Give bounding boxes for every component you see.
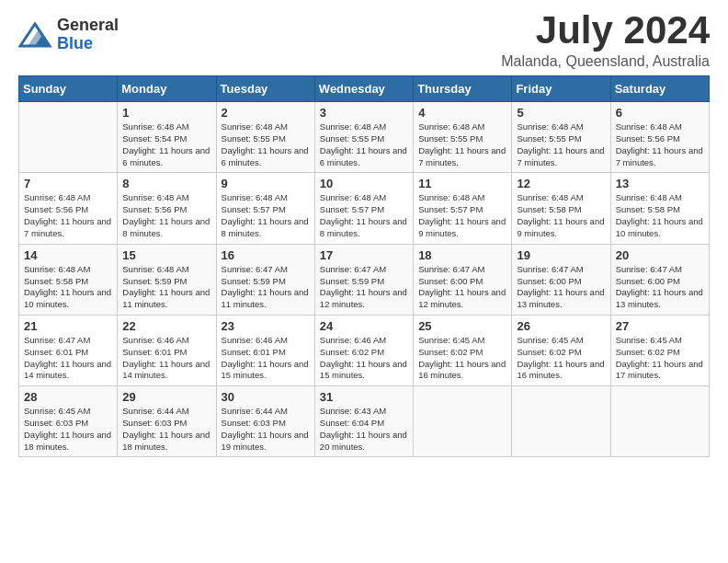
location-title: Malanda, Queensland, Australia: [501, 53, 710, 70]
cell-sun-info: Sunrise: 6:48 AMSunset: 5:56 PMDaylight:…: [616, 121, 704, 168]
calendar-cell: 27Sunrise: 6:45 AMSunset: 6:02 PMDayligh…: [610, 315, 709, 385]
calendar-cell: 11Sunrise: 6:48 AMSunset: 5:57 PMDayligh…: [414, 173, 512, 244]
cell-day-number: 30: [222, 390, 310, 404]
cell-sun-info: Sunrise: 6:47 AMSunset: 6:00 PMDaylight:…: [517, 264, 605, 311]
cell-day-number: 12: [517, 177, 605, 190]
cell-day-number: 4: [418, 106, 506, 120]
calendar-cell: 3Sunrise: 6:48 AMSunset: 5:55 PMDaylight…: [314, 102, 413, 173]
cell-day-number: 9: [222, 177, 310, 190]
cell-sun-info: Sunrise: 6:47 AMSunset: 6:00 PMDaylight:…: [418, 264, 506, 311]
col-header-monday: Monday: [118, 76, 216, 102]
cell-day-number: 11: [418, 177, 506, 190]
cell-sun-info: Sunrise: 6:48 AMSunset: 5:58 PMDaylight:…: [24, 264, 112, 311]
cell-sun-info: Sunrise: 6:47 AMSunset: 5:59 PMDaylight:…: [320, 264, 408, 311]
cell-sun-info: Sunrise: 6:47 AMSunset: 5:59 PMDaylight:…: [222, 264, 310, 311]
title-area: July 2024 Malanda, Queensland, Australia: [501, 9, 710, 70]
calendar-cell: [414, 386, 512, 457]
cell-day-number: 25: [418, 319, 506, 333]
cell-sun-info: Sunrise: 6:48 AMSunset: 5:56 PMDaylight:…: [24, 192, 112, 239]
calendar-cell: [610, 386, 709, 457]
cell-day-number: 13: [616, 177, 704, 190]
cell-sun-info: Sunrise: 6:48 AMSunset: 5:58 PMDaylight:…: [517, 192, 605, 239]
cell-sun-info: Sunrise: 6:45 AMSunset: 6:02 PMDaylight:…: [517, 335, 605, 382]
calendar-cell: 6Sunrise: 6:48 AMSunset: 5:56 PMDaylight…: [610, 102, 709, 173]
cell-day-number: 17: [320, 248, 408, 262]
calendar-cell: [512, 386, 610, 457]
cell-sun-info: Sunrise: 6:46 AMSunset: 6:01 PMDaylight:…: [222, 335, 310, 382]
col-header-sunday: Sunday: [19, 76, 118, 102]
cell-day-number: 28: [24, 390, 112, 404]
calendar-cell: [19, 102, 118, 173]
calendar-week-row: 21Sunrise: 6:47 AMSunset: 6:01 PMDayligh…: [19, 315, 710, 385]
calendar-cell: 20Sunrise: 6:47 AMSunset: 6:00 PMDayligh…: [610, 244, 709, 315]
calendar-cell: 12Sunrise: 6:48 AMSunset: 5:58 PMDayligh…: [512, 173, 610, 244]
logo-text: General Blue: [57, 17, 119, 53]
col-header-saturday: Saturday: [610, 76, 709, 102]
calendar-cell: 16Sunrise: 6:47 AMSunset: 5:59 PMDayligh…: [216, 244, 314, 315]
cell-day-number: 22: [122, 319, 210, 333]
calendar-cell: 14Sunrise: 6:48 AMSunset: 5:58 PMDayligh…: [19, 244, 118, 315]
calendar-cell: 5Sunrise: 6:48 AMSunset: 5:55 PMDaylight…: [512, 102, 610, 173]
cell-day-number: 16: [222, 248, 310, 262]
calendar-cell: 4Sunrise: 6:48 AMSunset: 5:55 PMDaylight…: [414, 102, 512, 173]
calendar-week-row: 7Sunrise: 6:48 AMSunset: 5:56 PMDaylight…: [19, 173, 710, 244]
cell-sun-info: Sunrise: 6:48 AMSunset: 5:57 PMDaylight:…: [222, 192, 310, 239]
calendar-cell: 15Sunrise: 6:48 AMSunset: 5:59 PMDayligh…: [118, 244, 216, 315]
calendar-cell: 26Sunrise: 6:45 AMSunset: 6:02 PMDayligh…: [512, 315, 610, 385]
cell-day-number: 27: [616, 319, 704, 333]
cell-sun-info: Sunrise: 6:45 AMSunset: 6:02 PMDaylight:…: [616, 335, 704, 382]
cell-sun-info: Sunrise: 6:48 AMSunset: 5:54 PMDaylight:…: [122, 121, 210, 168]
col-header-friday: Friday: [512, 76, 610, 102]
calendar-cell: 24Sunrise: 6:46 AMSunset: 6:02 PMDayligh…: [314, 315, 413, 385]
calendar-cell: 30Sunrise: 6:44 AMSunset: 6:03 PMDayligh…: [216, 386, 314, 457]
cell-day-number: 18: [418, 248, 506, 262]
col-header-thursday: Thursday: [414, 76, 512, 102]
calendar-week-row: 28Sunrise: 6:45 AMSunset: 6:03 PMDayligh…: [19, 386, 710, 457]
cell-day-number: 20: [616, 248, 704, 262]
calendar-cell: 19Sunrise: 6:47 AMSunset: 6:00 PMDayligh…: [512, 244, 610, 315]
calendar-cell: 21Sunrise: 6:47 AMSunset: 6:01 PMDayligh…: [19, 315, 118, 385]
cell-sun-info: Sunrise: 6:48 AMSunset: 5:57 PMDaylight:…: [320, 192, 408, 239]
calendar-cell: 22Sunrise: 6:46 AMSunset: 6:01 PMDayligh…: [118, 315, 216, 385]
cell-sun-info: Sunrise: 6:48 AMSunset: 5:55 PMDaylight:…: [517, 121, 605, 168]
calendar-header-row: SundayMondayTuesdayWednesdayThursdayFrid…: [19, 76, 710, 102]
calendar-cell: 29Sunrise: 6:44 AMSunset: 6:03 PMDayligh…: [118, 386, 216, 457]
cell-day-number: 8: [122, 177, 210, 190]
cell-sun-info: Sunrise: 6:48 AMSunset: 5:57 PMDaylight:…: [418, 192, 506, 239]
calendar-cell: 13Sunrise: 6:48 AMSunset: 5:58 PMDayligh…: [610, 173, 709, 244]
calendar-cell: 23Sunrise: 6:46 AMSunset: 6:01 PMDayligh…: [216, 315, 314, 385]
cell-day-number: 24: [320, 319, 408, 333]
cell-sun-info: Sunrise: 6:44 AMSunset: 6:03 PMDaylight:…: [122, 406, 210, 453]
calendar-cell: 31Sunrise: 6:43 AMSunset: 6:04 PMDayligh…: [314, 386, 413, 457]
cell-day-number: 3: [320, 106, 408, 120]
cell-day-number: 19: [517, 248, 605, 262]
cell-sun-info: Sunrise: 6:48 AMSunset: 5:58 PMDaylight:…: [616, 192, 704, 239]
cell-day-number: 14: [24, 248, 112, 262]
calendar-cell: 28Sunrise: 6:45 AMSunset: 6:03 PMDayligh…: [19, 386, 118, 457]
calendar-cell: 17Sunrise: 6:47 AMSunset: 5:59 PMDayligh…: [314, 244, 413, 315]
cell-sun-info: Sunrise: 6:47 AMSunset: 6:01 PMDaylight:…: [24, 335, 112, 382]
calendar-table: SundayMondayTuesdayWednesdayThursdayFrid…: [18, 75, 710, 457]
logo-general: General: [57, 17, 119, 35]
calendar-cell: 2Sunrise: 6:48 AMSunset: 5:55 PMDaylight…: [216, 102, 314, 173]
cell-day-number: 23: [222, 319, 310, 333]
cell-day-number: 31: [320, 390, 408, 404]
cell-day-number: 2: [222, 106, 310, 120]
cell-sun-info: Sunrise: 6:48 AMSunset: 5:55 PMDaylight:…: [418, 121, 506, 168]
cell-sun-info: Sunrise: 6:45 AMSunset: 6:03 PMDaylight:…: [24, 406, 112, 453]
cell-sun-info: Sunrise: 6:46 AMSunset: 6:02 PMDaylight:…: [320, 335, 408, 382]
cell-day-number: 26: [517, 319, 605, 333]
cell-day-number: 6: [616, 106, 704, 120]
cell-sun-info: Sunrise: 6:48 AMSunset: 5:59 PMDaylight:…: [122, 264, 210, 311]
calendar-cell: 8Sunrise: 6:48 AMSunset: 5:56 PMDaylight…: [118, 173, 216, 244]
cell-sun-info: Sunrise: 6:48 AMSunset: 5:56 PMDaylight:…: [122, 192, 210, 239]
cell-day-number: 29: [122, 390, 210, 404]
cell-day-number: 10: [320, 177, 408, 190]
logo-blue: Blue: [57, 35, 119, 53]
calendar-week-row: 1Sunrise: 6:48 AMSunset: 5:54 PMDaylight…: [19, 102, 710, 173]
calendar-week-row: 14Sunrise: 6:48 AMSunset: 5:58 PMDayligh…: [19, 244, 710, 315]
logo: General Blue: [18, 17, 119, 53]
calendar-cell: 25Sunrise: 6:45 AMSunset: 6:02 PMDayligh…: [414, 315, 512, 385]
cell-day-number: 5: [517, 106, 605, 120]
logo-icon: [18, 20, 53, 50]
